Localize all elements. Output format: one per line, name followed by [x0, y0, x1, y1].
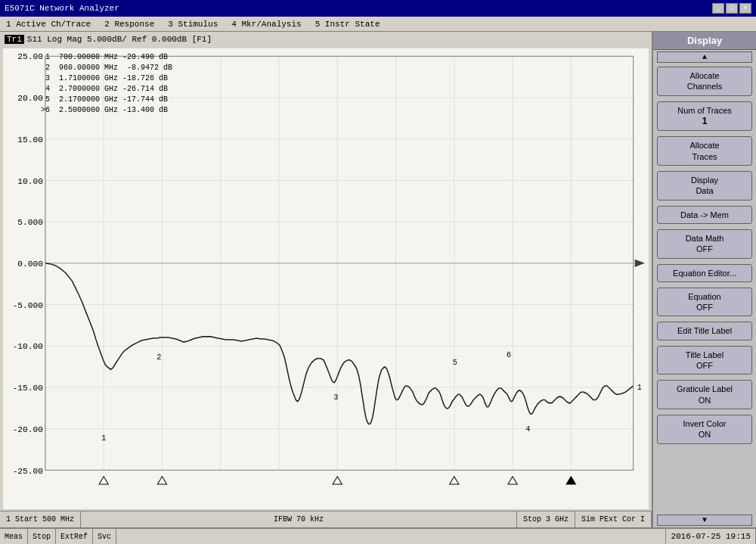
num-traces-value: 1 — [702, 116, 708, 126]
svg-text:-15.00: -15.00 — [13, 384, 43, 393]
window-controls: _ □ × — [712, 3, 751, 14]
menu-instr-state[interactable]: 5 Instr State — [312, 20, 383, 29]
equation-editor-button[interactable]: Equation Editor... — [657, 264, 752, 282]
ifbw-label: IFBW 70 kHz — [274, 515, 324, 524]
marker-2: 2 960.00000 MHz -8.9472 dB — [41, 63, 172, 73]
pext-indicator: PExt — [600, 515, 618, 524]
start-freq-label: 1 Start 500 MHz — [6, 515, 74, 524]
panel-scroll-up[interactable]: ▲ — [657, 51, 752, 63]
stop-indicator: Stop — [28, 529, 56, 544]
svg-text:-10.00: -10.00 — [13, 342, 43, 351]
timestamp: 2016-07-25 19:15 — [666, 529, 756, 544]
ifbw: IFBW 70 kHz — [81, 511, 517, 527]
trace-header: Tr1 S11 Log Mag 5.000dB/ Ref 0.000dB [F1… — [0, 32, 652, 47]
allocate-traces-button[interactable]: AllocateTraces — [657, 136, 752, 166]
indicators: Sim PExt Cor I — [575, 511, 652, 527]
svg-text:5: 5 — [453, 358, 457, 367]
title-label-button[interactable]: Title LabelOFF — [657, 346, 752, 375]
svg-text:-20.00: -20.00 — [13, 425, 43, 434]
svg-text:2: 2 — [156, 353, 161, 362]
invert-color-button[interactable]: Invert ColorON — [657, 415, 752, 444]
minimize-button[interactable]: _ — [712, 3, 724, 14]
extref-indicator: ExtRef — [56, 529, 93, 544]
display-title: Display — [653, 32, 756, 50]
svc-indicator: Svc — [93, 529, 116, 544]
bottom-bar: Meas Stop ExtRef Svc 2016-07-25 19:15 — [0, 527, 756, 544]
stop-freq-label: Stop 3 GHz — [523, 515, 569, 524]
menu-stimulus[interactable]: 3 Stimulus — [165, 20, 221, 29]
app-title: E5071C Network Analyzer — [5, 4, 119, 13]
i-indicator: I — [640, 515, 645, 524]
status-bar: 1 Start 500 MHz IFBW 70 kHz Stop 3 GHz S… — [0, 511, 652, 527]
marker-3: 3 1.7100000 GHz -18.726 dB — [41, 73, 172, 84]
menu-response[interactable]: 2 Response — [101, 20, 157, 29]
start-freq: 1 Start 500 MHz — [0, 511, 81, 527]
maximize-button[interactable]: □ — [726, 3, 738, 14]
menu-active-ch[interactable]: 1 Active Ch/Trace — [3, 20, 94, 29]
svg-text:25.00: 25.00 — [17, 52, 43, 61]
title-bar: E5071C Network Analyzer _ □ × — [0, 0, 756, 17]
data-math-button[interactable]: Data MathOFF — [657, 229, 752, 259]
graticule-label-button[interactable]: Graticule LabelON — [657, 380, 752, 409]
cor-indicator: Cor — [622, 515, 636, 524]
marker-5: 5 2.1700000 GHz -17.744 dB — [41, 95, 172, 105]
num-of-traces-button[interactable]: Num of Traces1 — [657, 101, 752, 132]
svg-text:6: 6 — [507, 350, 511, 359]
right-panel: Display ▲ AllocateChannels Num of Traces… — [652, 32, 756, 527]
chart-wrapper: 1 700.00000 MHz -20.490 dB 2 960.00000 M… — [3, 48, 649, 509]
svg-text:-5.000: -5.000 — [13, 301, 43, 310]
trace-label: Tr1 — [5, 35, 24, 44]
stop-freq: Stop 3 GHz — [517, 511, 575, 527]
display-data-button[interactable]: DisplayData — [657, 171, 752, 201]
marker-1: 1 700.00000 MHz -20.490 dB — [41, 52, 172, 63]
svg-text:15.00: 15.00 — [17, 135, 43, 145]
edit-title-label-button[interactable]: Edit Title Label — [657, 322, 752, 340]
markers-legend: 1 700.00000 MHz -20.490 dB 2 960.00000 M… — [41, 52, 172, 116]
svg-text:5.000: 5.000 — [17, 218, 43, 227]
svg-text:0.000: 0.000 — [17, 260, 43, 269]
marker-6: >6 2.5000000 GHz -13.400 dB — [41, 105, 172, 116]
meas-indicator: Meas — [0, 529, 28, 544]
chart-svg: 25.00 20.00 15.00 10.00 5.000 0.000 -5.0… — [3, 48, 649, 509]
sim-indicator: Sim — [581, 515, 595, 524]
menu-bar: 1 Active Ch/Trace 2 Response 3 Stimulus … — [0, 17, 756, 32]
marker-4: 4 2.7000000 GHz -26.714 dB — [41, 84, 172, 95]
main-content: Tr1 S11 Log Mag 5.000dB/ Ref 0.000dB [F1… — [0, 32, 756, 527]
panel-scroll-down[interactable]: ▼ — [657, 514, 752, 526]
svg-text:-25.00: -25.00 — [13, 466, 43, 475]
chart-area: Tr1 S11 Log Mag 5.000dB/ Ref 0.000dB [F1… — [0, 32, 652, 527]
menu-mkr-analysis[interactable]: 4 Mkr/Analysis — [228, 20, 304, 29]
svg-text:4: 4 — [525, 424, 530, 434]
close-button[interactable]: × — [739, 3, 751, 14]
panel-buttons: AllocateChannels Num of Traces1 Allocate… — [653, 64, 756, 513]
data-to-mem-button[interactable]: Data -> Mem — [657, 206, 752, 224]
svg-text:1: 1 — [637, 383, 642, 392]
svg-text:3: 3 — [333, 393, 338, 402]
svg-text:20.00: 20.00 — [17, 94, 43, 103]
spacer — [116, 529, 666, 544]
svg-rect-0 — [3, 48, 649, 509]
allocate-channels-button[interactable]: AllocateChannels — [657, 67, 752, 96]
svg-text:1: 1 — [101, 434, 106, 443]
trace-info: S11 Log Mag 5.000dB/ Ref 0.000dB [F1] — [27, 35, 212, 44]
svg-text:10.00: 10.00 — [17, 177, 43, 186]
equation-button[interactable]: EquationOFF — [657, 288, 752, 317]
